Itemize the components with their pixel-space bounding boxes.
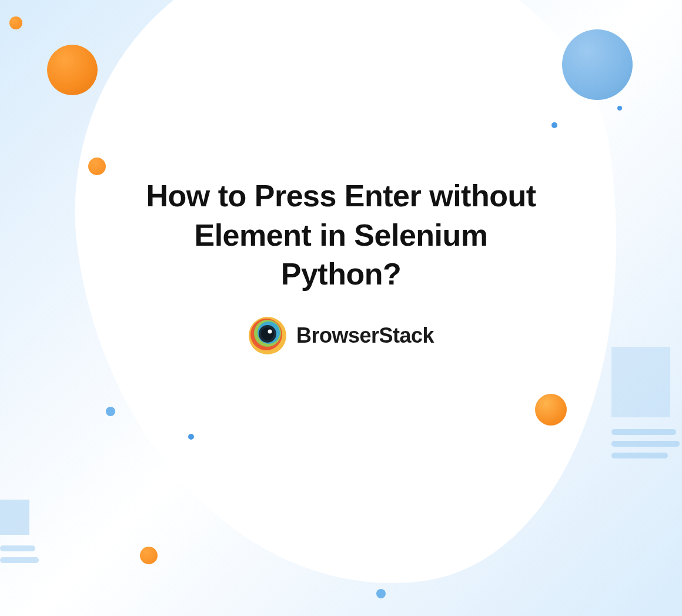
decorative-circle-orange — [9, 16, 22, 29]
decorative-circle-orange — [47, 45, 98, 95]
hero-canvas: How to Press Enter without Element in Se… — [0, 0, 682, 616]
decorative-circle-blue — [106, 407, 115, 416]
brand-lockup: BrowserStack — [248, 316, 434, 355]
decorative-circle-blue — [562, 29, 633, 100]
svg-point-6 — [268, 329, 272, 333]
decorative-lines-right — [611, 347, 682, 464]
content-block: How to Press Enter without Element in Se… — [135, 176, 547, 357]
decorative-circle-blue — [376, 589, 386, 598]
decorative-circle-orange — [535, 394, 567, 426]
page-title: How to Press Enter without Element in Se… — [135, 176, 547, 294]
decorative-lines-left — [0, 500, 41, 569]
browserstack-logo-icon — [248, 316, 287, 355]
decorative-dot-blue — [551, 122, 557, 128]
decorative-dot-blue — [617, 106, 622, 111]
decorative-dot-blue — [188, 434, 194, 440]
decorative-circle-orange — [140, 547, 158, 564]
decorative-circle-orange — [88, 158, 106, 175]
brand-name: BrowserStack — [296, 323, 434, 348]
svg-point-5 — [261, 327, 274, 340]
